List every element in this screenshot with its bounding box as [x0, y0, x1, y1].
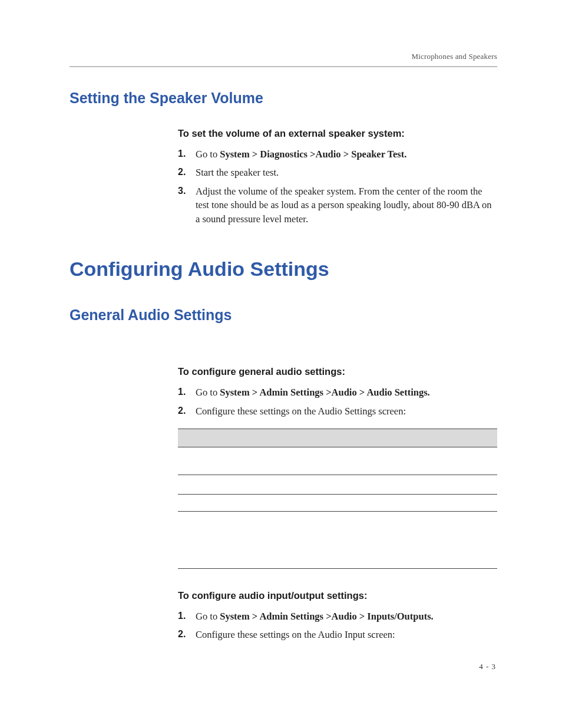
- steps-speaker-volume: Go to System > Diagnostics >Audio > Spea…: [178, 147, 497, 226]
- lead-general-audio: To configure general audio settings:: [178, 366, 497, 377]
- step-item: Start the speaker test.: [178, 166, 497, 179]
- table-header-cell: [178, 429, 274, 447]
- step-item: Go to System > Admin Settings >Audio > A…: [178, 386, 497, 399]
- table-row: [178, 494, 497, 511]
- table-row: [178, 475, 497, 494]
- table-row: [178, 447, 497, 475]
- step-text: Go to: [196, 611, 220, 622]
- step-text: Start the speaker test.: [196, 167, 279, 178]
- step-item: Configure these settings on the Audio Se…: [178, 404, 497, 418]
- table-header-row: [178, 429, 497, 447]
- step-item: Configure these settings on the Audio In…: [178, 628, 497, 641]
- table-cell: [274, 475, 497, 494]
- step-bold: System > Admin Settings >Audio > Audio S…: [220, 387, 429, 398]
- steps-audio-io: Go to System > Admin Settings >Audio > I…: [178, 610, 497, 642]
- section-heading-configuring-audio: Configuring Audio Settings: [70, 258, 497, 281]
- table-cell: [274, 511, 497, 568]
- section-heading-general-audio: General Audio Settings: [70, 307, 497, 324]
- settings-table: [178, 429, 497, 569]
- step-text: Configure these settings on the Audio Se…: [196, 406, 406, 417]
- table-cell: [178, 475, 274, 494]
- table-cell: [178, 511, 274, 568]
- step-bold: System > Diagnostics >Audio > Speaker Te…: [220, 149, 406, 160]
- running-header: Microphones and Speakers: [70, 52, 497, 67]
- step-item: Go to System > Diagnostics >Audio > Spea…: [178, 147, 497, 161]
- steps-general-audio: Go to System > Admin Settings >Audio > A…: [178, 386, 497, 418]
- page: Microphones and Speakers Setting the Spe…: [0, 0, 562, 728]
- section-heading-speaker-volume: Setting the Speaker Volume: [70, 90, 497, 107]
- table-cell: [274, 494, 497, 511]
- step-text: Go to: [196, 387, 220, 398]
- table-cell: [178, 447, 274, 475]
- table-cell: [178, 494, 274, 511]
- step-bold: System > Admin Settings >Audio > Inputs/…: [220, 611, 433, 622]
- step-text: Configure these settings on the Audio In…: [196, 629, 395, 640]
- content-block-speaker-volume: To set the volume of an external speaker…: [178, 128, 497, 226]
- table-cell: [274, 447, 497, 475]
- table-header-cell: [274, 429, 497, 447]
- lead-speaker-volume: To set the volume of an external speaker…: [178, 128, 497, 139]
- content-block-general-audio: To configure general audio settings: Go …: [178, 366, 497, 642]
- step-text: Adjust the volume of the speaker system.…: [196, 186, 492, 225]
- table-row: [178, 511, 497, 568]
- step-text: Go to: [196, 149, 220, 160]
- lead-audio-io: To configure audio input/output settings…: [178, 590, 497, 601]
- page-number: 4 - 3: [479, 662, 496, 671]
- step-item: Adjust the volume of the speaker system.…: [178, 185, 497, 226]
- step-item: Go to System > Admin Settings >Audio > I…: [178, 610, 497, 623]
